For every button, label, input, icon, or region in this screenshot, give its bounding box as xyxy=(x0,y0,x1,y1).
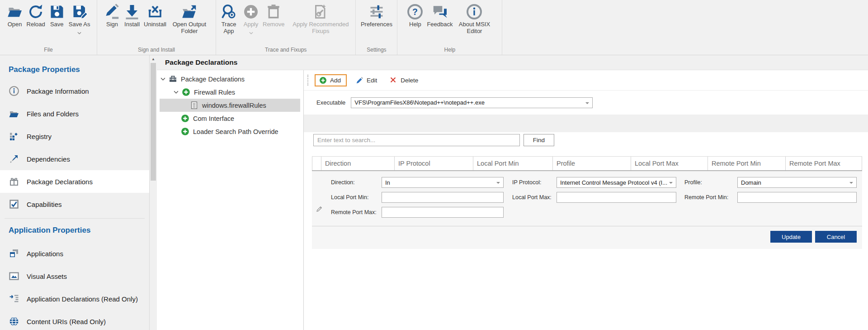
ribbon-button-label: Apply xyxy=(244,21,259,28)
save-as-button[interactable]: Save As xyxy=(67,2,92,37)
install-button[interactable]: Install xyxy=(123,2,142,29)
column-header-local-port-max[interactable]: Local Port Max xyxy=(631,157,708,170)
edit-button[interactable]: Edit xyxy=(352,75,381,86)
ribbon-button-label: About MSIX Editor xyxy=(456,21,492,34)
sidebar-item-package-declarations[interactable]: Package Declarations xyxy=(0,170,149,193)
info-circle-icon xyxy=(9,86,19,96)
column-header-profile[interactable]: Profile xyxy=(552,157,631,170)
profile-value: Domain xyxy=(741,179,761,186)
tree-item-windows-firewallrules[interactable]: windows.firewallRules xyxy=(160,99,300,112)
sidebar-item-label: Dependencies xyxy=(27,155,70,163)
ribbon-button-label: Feedback xyxy=(427,21,453,28)
search-input[interactable] xyxy=(313,134,520,146)
tree-item-package-declarations[interactable]: Package Declarations xyxy=(160,72,300,86)
column-header-local-port-min[interactable]: Local Port Min xyxy=(473,157,552,170)
help-button[interactable]: ? Help xyxy=(406,2,425,29)
sidebar-item-label: Application Declarations (Read Only) xyxy=(27,295,138,303)
sidebar-item-content-uris[interactable]: Content URIs (Read Only) xyxy=(0,310,149,330)
local-port-min-label: Local Port Min: xyxy=(331,194,382,201)
ribbon: Open Reload Save Save As File Sign xyxy=(0,0,868,55)
local-port-min-input[interactable] xyxy=(382,192,504,203)
sidebar-item-capabilities[interactable]: Capabilities xyxy=(0,193,149,215)
open-output-folder-button[interactable]: Open Output Folder xyxy=(169,2,210,35)
delete-x-icon xyxy=(390,77,397,84)
apply-button[interactable]: Apply xyxy=(241,2,260,37)
folder-icon xyxy=(9,108,19,119)
column-header-remote-port-max[interactable]: Remote Port Max xyxy=(785,157,862,170)
profile-combobox[interactable]: Domain xyxy=(737,177,857,188)
chevron-down-icon xyxy=(77,28,81,36)
executable-label: Executable xyxy=(316,99,345,106)
scrollbar-thumb[interactable] xyxy=(151,63,156,181)
delete-button[interactable]: Delete xyxy=(386,75,422,86)
remote-port-min-input[interactable] xyxy=(737,192,857,203)
remote-port-max-input[interactable] xyxy=(382,207,504,218)
reload-button[interactable]: Reload xyxy=(25,2,47,29)
sidebar-item-label: Package Declarations xyxy=(27,178,93,186)
ribbon-button-label: Remove xyxy=(263,21,284,28)
trash-icon xyxy=(265,3,282,21)
sign-button[interactable]: Sign xyxy=(103,2,122,29)
edit-pencil-icon xyxy=(356,77,363,84)
chevron-down-icon[interactable] xyxy=(160,76,166,82)
toolbar-grip[interactable] xyxy=(307,75,308,86)
sidebar-item-application-declarations[interactable]: Application Declarations (Read Only) xyxy=(0,287,149,310)
install-arrow-icon xyxy=(124,3,140,21)
save-button[interactable]: Save xyxy=(47,2,66,29)
direction-value: In xyxy=(385,179,390,186)
ribbon-button-label: Open xyxy=(8,21,22,28)
sidebar-item-dependencies[interactable]: Dependencies xyxy=(0,148,149,170)
trace-app-button[interactable]: Trace App xyxy=(217,2,241,35)
remove-button[interactable]: Remove xyxy=(261,2,286,29)
ip-protocol-combobox[interactable]: Internet Control Message Protocol v4 (I.… xyxy=(557,177,676,188)
cancel-button[interactable]: Cancel xyxy=(815,231,857,243)
apply-recommended-fixups-button[interactable]: Apply Recommended Fixups xyxy=(287,2,354,35)
ip-protocol-label: IP Protocol: xyxy=(512,179,557,186)
ribbon-button-label: Sign xyxy=(106,21,118,28)
sidebar-item-visual-assets[interactable]: Visual Assets xyxy=(0,265,149,287)
local-port-max-input[interactable] xyxy=(557,192,676,203)
column-header-remote-port-min[interactable]: Remote Port Min xyxy=(708,157,785,170)
add-button[interactable]: Add xyxy=(315,74,347,86)
chevron-down-icon xyxy=(249,28,253,36)
sidebar-item-label: Content URIs (Read Only) xyxy=(27,318,106,325)
edit-button-label: Edit xyxy=(367,77,377,84)
chevron-down-icon[interactable] xyxy=(173,89,179,96)
find-button[interactable]: Find xyxy=(524,134,554,146)
column-header-direction[interactable]: Direction xyxy=(321,157,394,170)
tree-item-loader-search-path-override[interactable]: Loader Search Path Override xyxy=(160,125,300,138)
sidebar-heading-application-properties: Application Properties xyxy=(0,219,149,242)
update-button[interactable]: Update xyxy=(770,231,812,243)
about-msix-editor-button[interactable]: About MSIX Editor xyxy=(455,2,494,35)
scrollbar-up-arrow[interactable]: ▲ xyxy=(150,55,157,63)
sidebar-item-label: Registry xyxy=(27,133,52,140)
detail-toolbar: Add Edit Delete xyxy=(304,70,868,91)
registry-blocks-icon xyxy=(9,131,19,142)
ribbon-group-help: ? Help Feedback About MSIX Editor Help xyxy=(397,0,502,55)
sidebar-item-applications[interactable]: Applications xyxy=(0,242,149,265)
tree-item-firewall-rules[interactable]: Firewall Rules xyxy=(160,86,300,99)
ribbon-group-label: Trace and Fixups xyxy=(217,45,354,55)
sidebar-item-label: Package Information xyxy=(27,87,89,95)
tree-item-com-interface[interactable]: Com Interface xyxy=(160,112,300,125)
preferences-button[interactable]: Preferences xyxy=(359,2,394,29)
tree-item-label: Package Declarations xyxy=(181,76,245,83)
sidebar-item-package-information[interactable]: Package Information xyxy=(0,80,149,102)
sidebar-item-registry[interactable]: Registry xyxy=(0,125,149,148)
direction-combobox[interactable]: In xyxy=(382,177,504,188)
uninstall-button[interactable]: Uninstall xyxy=(142,2,168,29)
feedback-button[interactable]: Feedback xyxy=(425,2,454,29)
open-folder-icon xyxy=(7,3,23,21)
ribbon-button-label: Uninstall xyxy=(144,21,166,28)
direction-label: Direction: xyxy=(331,179,382,186)
open-button[interactable]: Open xyxy=(5,2,24,29)
ribbon-button-label: Reload xyxy=(27,21,45,28)
sliders-icon xyxy=(368,3,385,21)
executable-combobox[interactable]: VFS\ProgramFilesX86\Notepad++\notepad++.… xyxy=(351,97,593,108)
tree-item-label: windows.firewallRules xyxy=(202,102,266,109)
sidebar-item-files-and-folders[interactable]: Files and Folders xyxy=(0,102,149,125)
ribbon-button-label: Apply Recommended Fixups xyxy=(288,21,353,34)
sidebar-scrollbar[interactable]: ▲ xyxy=(149,55,157,330)
column-header-ip-protocol[interactable]: IP Protocol xyxy=(394,157,473,170)
edit-row-pencil-icon xyxy=(316,205,323,212)
